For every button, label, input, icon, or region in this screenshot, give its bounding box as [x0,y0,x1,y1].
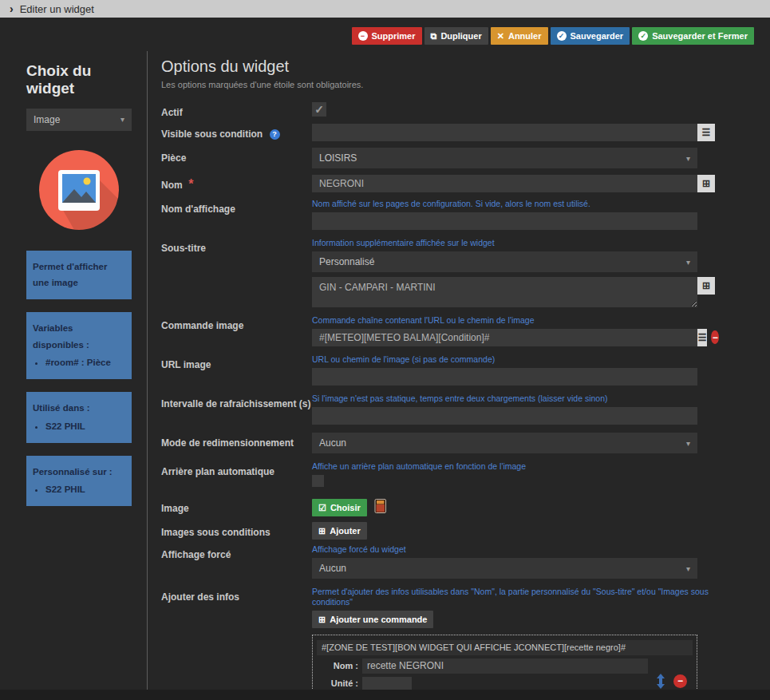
help-icon[interactable]: ? [270,129,280,140]
chevron-down-icon: ▾ [686,258,690,267]
widget-choice-panel: Choix du widget Image ▾ [16,51,142,700]
save-button[interactable]: ✓ Sauvegarder [551,27,630,45]
arriere-plan-label: Arrière plan automatique [161,466,274,477]
used-in-item: S22 PHIL [45,418,125,435]
info-command-box: Nom : Unité : [312,635,697,695]
check-circle-icon: ✓ [557,31,567,41]
options-subtitle: Les options marquées d'une étoile sont o… [161,80,754,89]
intervalle-input[interactable] [312,407,697,425]
add-info-button[interactable]: ⊞ [697,175,715,192]
copy-icon: ⧉ [431,31,437,42]
actif-checkbox[interactable]: ✓ [312,102,326,117]
remove-info-command-icon[interactable]: − [673,674,687,688]
nom-affichage-label: Nom d'affichage [161,204,235,215]
command-nom-input[interactable] [362,658,648,674]
visible-condition-label: Visible sous condition [161,129,263,140]
sort-updown-icon[interactable] [655,674,666,689]
arriere-plan-helper: Affiche un arrière plan automatique en f… [312,461,719,472]
options-title: Options du widget [161,57,754,76]
info-box-description: Permet d'afficher une image [26,251,132,299]
chevron-down-icon: ▾ [686,439,690,448]
sous-titre-mode-select[interactable]: Personnalisé ▾ [312,251,697,272]
image-widget-icon [39,150,119,233]
list-icon: ☰ [698,332,707,343]
info-box-used-in: Utilisé dans : S22 PHIL [26,392,132,442]
plus-square-icon: ⊞ [702,178,710,189]
command-unite-label: Unité : [317,678,358,688]
sous-titre-textarea[interactable]: GIN - CAMPARI - MARTINI [312,277,697,307]
command-unite-input[interactable] [362,677,412,690]
chevron-right-icon: › [10,2,14,15]
add-info-button[interactable]: ⊞ [697,277,715,295]
check-circle-icon: ✓ [638,31,648,41]
duplicate-button[interactable]: ⧉ Dupliquer [424,27,488,45]
x-icon: ✕ [497,31,504,42]
ajouter-infos-helper: Permet d'ajouter des infos utilisables d… [312,587,719,607]
nom-affichage-helper: Nom affiché sur les pages de configurati… [312,199,719,209]
remove-command-icon[interactable]: − [711,330,719,344]
commande-image-input[interactable] [312,329,697,346]
plus-square-icon: ⊞ [318,526,326,536]
intervalle-helper: Si l'image n'est pas statique, temps ent… [312,394,719,404]
info-box-variables: Variables disponibles : #room# : Pièce [26,312,132,379]
command-nom-label: Nom : [317,661,358,670]
plus-square-icon: ⊞ [702,280,710,291]
save-close-button[interactable]: ✓ Sauvegarder et Fermer [632,27,754,45]
piece-select[interactable]: LOISIRS ▾ [312,148,697,168]
url-image-label: URL image [161,359,211,370]
actif-label: Actif [161,107,183,118]
variable-item: #room# : Pièce [45,354,125,371]
page-title: Editer un widget [20,3,94,15]
affichage-force-select[interactable]: Aucun ▾ [312,558,697,579]
list-icon: ☰ [702,127,711,138]
add-image-condition-button[interactable]: ⊞ Ajouter [312,522,367,540]
footer-strip [0,690,770,700]
affichage-force-label: Affichage forcé [161,549,231,560]
widget-options-panel: Options du widget Les options marquées d… [148,51,754,700]
ajouter-infos-label: Ajouter des infos [161,591,239,603]
cocktail-thumbnail [374,498,387,517]
widget-type-select[interactable]: Image ▾ [26,109,132,131]
mode-redim-label: Mode de redimensionnement [161,437,294,449]
info-command-input[interactable] [317,640,693,655]
image-label: Image [161,503,189,514]
piece-label: Pièce [161,152,186,164]
images-conditions-label: Images sous conditions [161,527,270,538]
url-image-helper: URL ou chemin de l'image (si pas de comm… [312,354,719,365]
check-square-icon: ☑ [318,503,326,513]
add-command-button[interactable]: ⊞ Ajouter une commande [312,611,433,628]
sous-titre-helper: Information supplémentaire affichée sur … [312,238,719,248]
chevron-down-icon: ▾ [686,154,690,163]
chevron-down-icon: ▾ [686,564,690,573]
toolbar: − Supprimer ⧉ Dupliquer ✕ Annuler ✓ Sauv… [16,18,754,51]
affichage-force-helper: Affichage forcé du widget [312,544,719,555]
minus-circle-icon: − [358,31,368,41]
sidebar-title: Choix du widget [26,62,114,97]
info-box-customized-on: Personnalisé sur : S22 PHIL [26,456,132,506]
command-list-button[interactable]: ☰ [697,329,707,346]
command-list-button[interactable]: ☰ [697,124,715,141]
commande-image-helper: Commande chaîne contenant l'URL ou le ch… [312,315,719,326]
commande-image-label: Commande image [161,320,243,331]
nom-label: Nom [161,180,183,191]
url-image-input[interactable] [312,368,697,386]
intervalle-label: Intervalle de rafraîchissement (s) [161,398,310,409]
choose-image-button[interactable]: ☑ Choisir [312,499,367,516]
chevron-down-icon: ▾ [120,115,124,124]
nom-affichage-input[interactable] [312,212,697,230]
breadcrumb: › Editer un widget [0,0,770,18]
sous-titre-label: Sous-titre [161,243,206,254]
visible-condition-input[interactable] [312,124,697,141]
customized-on-item: S22 PHIL [45,481,125,498]
cancel-button[interactable]: ✕ Annuler [491,27,548,45]
check-icon: ✓ [314,103,324,116]
mode-redim-select[interactable]: Aucun ▾ [312,433,697,453]
arriere-plan-checkbox[interactable] [312,475,324,487]
delete-button[interactable]: − Supprimer [352,27,422,45]
nom-input[interactable] [312,175,697,192]
plus-square-icon: ⊞ [318,615,326,625]
required-star: * [188,177,193,191]
